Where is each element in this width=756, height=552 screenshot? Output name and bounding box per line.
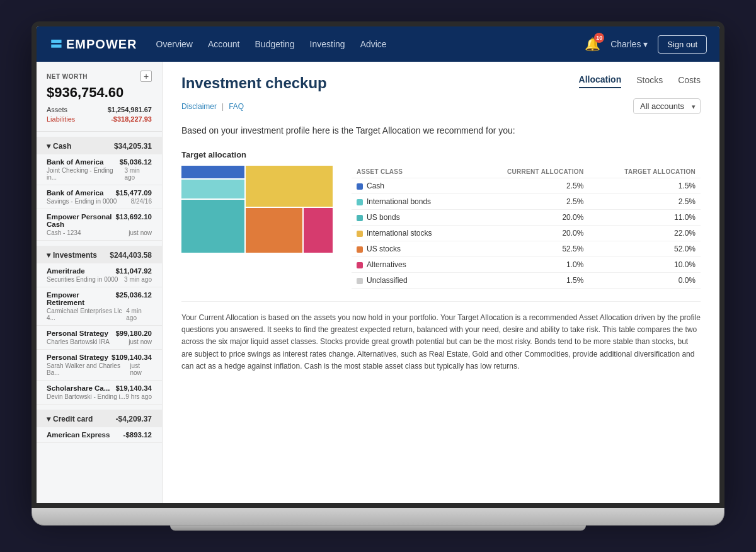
tab-costs[interactable]: Costs — [678, 75, 701, 88]
nav-investing[interactable]: Investing — [310, 37, 345, 52]
description-text: Your Current Allocation is based on the … — [181, 312, 701, 372]
table-row: Unclassified 1.5% 0.0% — [352, 273, 701, 289]
treemap-svg — [181, 166, 333, 254]
treemap-intl-bonds — [181, 180, 244, 198]
main-content: Investment checkup Allocation Stocks Cos… — [163, 62, 719, 503]
credit-card-section: ▾ Credit card -$4,209.37 American Expres… — [37, 410, 162, 443]
treemap-alternatives — [304, 208, 333, 253]
profile-recommendation-text: Based on your investment profile here is… — [181, 124, 610, 137]
table-row: International stocks 20.0% 22.0% — [352, 226, 701, 241]
treemap-us-bonds — [181, 200, 244, 253]
table-row: US bonds 20.0% 11.0% — [352, 210, 701, 226]
tab-allocation[interactable]: Allocation — [579, 74, 622, 88]
investments-section-header[interactable]: ▾ Investments $244,403.58 — [37, 246, 162, 263]
cash-section: ▾ Cash $34,205.31 Bank of America $5,036… — [37, 137, 162, 241]
navbar: 〓 EMPOWER Overview Account Budgeting Inv… — [37, 26, 719, 62]
assets-label: Assets — [47, 106, 67, 113]
table-row: International bonds 2.5% 2.5% — [352, 194, 701, 210]
asset-color-dot — [357, 183, 363, 190]
list-item[interactable]: Bank of America $15,477.09 Savings - End… — [37, 185, 162, 209]
asset-color-dot — [357, 278, 363, 284]
credit-card-section-title: ▾ Credit card — [47, 415, 93, 423]
list-item[interactable]: American Express -$893.12 — [37, 427, 162, 443]
main-tabs: Allocation Stocks Costs — [579, 74, 701, 88]
asset-color-dot — [357, 262, 363, 268]
logo-icon: 〓 — [49, 35, 64, 54]
cash-section-title: ▾ Cash — [47, 142, 71, 151]
investments-section-amount: $244,403.58 — [110, 251, 152, 260]
logo: 〓 EMPOWER — [49, 35, 137, 54]
investments-section: ▾ Investments $244,403.58 Ameritrade $11… — [37, 246, 162, 405]
nav-account[interactable]: Account — [208, 37, 240, 52]
target-allocation-title: Target allocation — [181, 150, 701, 159]
liabilities-value: -$318,227.93 — [111, 115, 152, 123]
asset-color-dot — [357, 215, 363, 221]
tab-stocks[interactable]: Stocks — [636, 75, 663, 88]
notification-badge: 10 — [594, 33, 604, 43]
net-worth-value: $936,754.60 — [47, 84, 152, 101]
list-item[interactable]: Ameritrade $11,047.92 Securities Ending … — [37, 263, 162, 287]
nav-budgeting[interactable]: Budgeting — [255, 37, 295, 52]
notification-bell[interactable]: 🔔 10 — [585, 37, 600, 52]
asset-color-dot — [357, 246, 363, 253]
assets-value: $1,254,981.67 — [108, 106, 152, 113]
list-item[interactable]: Empower Retirement $25,036.12 Carmichael… — [37, 287, 162, 326]
table-row: Cash 2.5% 1.5% — [352, 178, 701, 194]
investments-section-title: ▾ Investments — [47, 251, 97, 260]
page-title: Investment checkup — [181, 74, 327, 92]
treemap-us-stocks — [246, 208, 302, 253]
nav-right: 🔔 10 Charles ▾ Sign out — [585, 35, 707, 54]
logo-text: EMPOWER — [66, 37, 137, 52]
list-item[interactable]: Empower Personal Cash $13,692.10 Cash - … — [37, 209, 162, 241]
col-current: CURRENT ALLOCATION — [469, 166, 589, 178]
net-worth-section: NET WORTH + $936,754.60 Assets $1,254,98… — [37, 62, 162, 132]
list-item[interactable]: Scholarshare Ca... $19,140.34 Devin Bart… — [37, 381, 162, 405]
col-asset-class: ASSET CLASS — [352, 166, 469, 178]
treemap-intl-stocks — [246, 166, 333, 207]
asset-color-dot — [357, 231, 363, 237]
treemap-cash — [181, 166, 244, 178]
asset-color-dot — [357, 199, 363, 205]
net-worth-label: NET WORTH — [47, 73, 88, 80]
signout-button[interactable]: Sign out — [658, 35, 707, 54]
faq-link[interactable]: FAQ — [229, 102, 244, 111]
table-row: US stocks 52.5% 52.0% — [352, 241, 701, 257]
add-account-button[interactable]: + — [140, 71, 152, 82]
cash-section-amount: $34,205.31 — [114, 142, 152, 151]
list-item[interactable]: Personal Strategy $109,140.34 Sarah Walk… — [37, 350, 162, 381]
credit-card-section-amount: -$4,209.37 — [116, 415, 152, 423]
credit-card-section-header[interactable]: ▾ Credit card -$4,209.37 — [37, 410, 162, 427]
sidebar: NET WORTH + $936,754.60 Assets $1,254,98… — [37, 62, 163, 503]
list-item[interactable]: Personal Strategy $99,180.20 Charles Bar… — [37, 326, 162, 350]
accounts-select[interactable]: All accounts — [633, 98, 701, 114]
nav-overview[interactable]: Overview — [156, 37, 193, 52]
nav-advice[interactable]: Advice — [360, 37, 387, 52]
list-item[interactable]: Bank of America $5,036.12 Joint Checking… — [37, 154, 162, 185]
section-divider — [181, 301, 701, 302]
allocation-data-table: ASSET CLASS CURRENT ALLOCATION TARGET AL… — [352, 166, 701, 289]
liabilities-label: Liabilities — [47, 115, 75, 123]
disclaimer-link[interactable]: Disclaimer — [181, 102, 217, 111]
nav-links: Overview Account Budgeting Investing Adv… — [156, 37, 585, 52]
table-row: Alternatives 1.0% 10.0% — [352, 257, 701, 273]
treemap-chart — [181, 166, 333, 254]
col-target: TARGET ALLOCATION — [588, 166, 701, 178]
cash-section-header[interactable]: ▾ Cash $34,205.31 — [37, 137, 162, 154]
target-allocation-section: Target allocation — [181, 150, 701, 289]
accounts-select-wrapper: All accounts — [633, 98, 701, 114]
user-menu[interactable]: Charles ▾ — [610, 39, 648, 49]
allocation-table: ASSET CLASS CURRENT ALLOCATION TARGET AL… — [352, 166, 701, 289]
